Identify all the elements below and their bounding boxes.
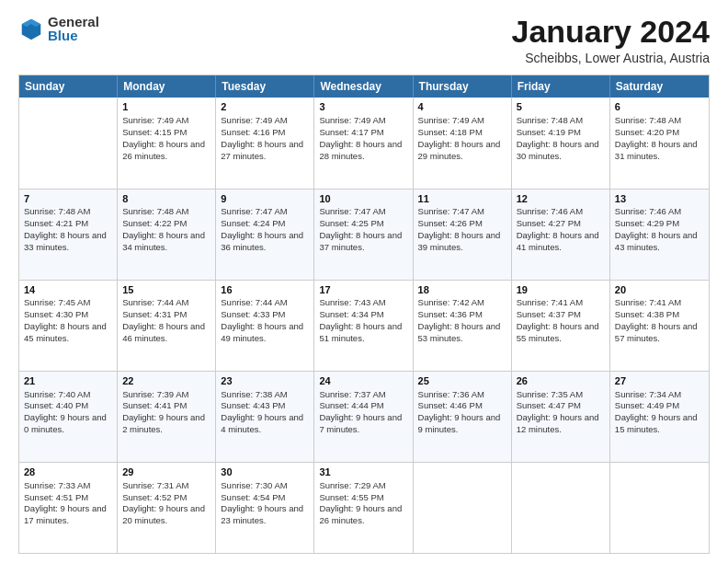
day-number: 28 xyxy=(24,465,112,479)
sunrise-text: Sunrise: 7:48 AM xyxy=(24,206,90,216)
sunset-text: Sunset: 4:20 PM xyxy=(615,127,679,137)
calendar-cell-3-3: 24Sunrise: 7:37 AMSunset: 4:44 PMDayligh… xyxy=(314,372,413,462)
sunrise-text: Sunrise: 7:39 AM xyxy=(122,389,188,399)
day-number: 13 xyxy=(615,192,704,206)
calendar-row-2: 14Sunrise: 7:45 AMSunset: 4:30 PMDayligh… xyxy=(19,280,709,371)
sunrise-text: Sunrise: 7:40 AM xyxy=(24,389,90,399)
sunrise-text: Sunrise: 7:49 AM xyxy=(418,115,484,125)
sunrise-text: Sunrise: 7:47 AM xyxy=(221,206,287,216)
calendar-cell-2-4: 18Sunrise: 7:42 AMSunset: 4:36 PMDayligh… xyxy=(414,281,512,371)
daylight-text: Daylight: 8 hours and 57 minutes. xyxy=(615,321,698,343)
sunset-text: Sunset: 4:18 PM xyxy=(418,127,483,137)
sunrise-text: Sunrise: 7:46 AM xyxy=(615,206,681,216)
calendar: SundayMondayTuesdayWednesdayThursdayFrid… xyxy=(18,75,710,554)
sunrise-text: Sunrise: 7:36 AM xyxy=(418,389,484,399)
day-number: 31 xyxy=(319,465,407,479)
sunset-text: Sunset: 4:44 PM xyxy=(319,400,383,410)
day-number: 23 xyxy=(221,374,309,388)
header-day-sunday: Sunday xyxy=(19,75,118,98)
day-number: 27 xyxy=(615,374,704,388)
day-number: 12 xyxy=(517,192,605,206)
day-number: 11 xyxy=(418,192,506,206)
daylight-text: Daylight: 9 hours and 26 minutes. xyxy=(319,503,402,525)
calendar-cell-1-2: 9Sunrise: 7:47 AMSunset: 4:24 PMDaylight… xyxy=(216,190,314,280)
daylight-text: Daylight: 9 hours and 4 minutes. xyxy=(221,412,303,434)
calendar-cell-1-4: 11Sunrise: 7:47 AMSunset: 4:26 PMDayligh… xyxy=(414,190,512,280)
calendar-cell-0-5: 5Sunrise: 7:48 AMSunset: 4:19 PMDaylight… xyxy=(512,98,610,188)
main-title: January 2024 xyxy=(512,15,711,49)
calendar-cell-2-6: 20Sunrise: 7:41 AMSunset: 4:38 PMDayligh… xyxy=(610,281,709,371)
calendar-cell-3-1: 22Sunrise: 7:39 AMSunset: 4:41 PMDayligh… xyxy=(118,372,216,462)
day-number: 26 xyxy=(517,374,605,388)
calendar-cell-2-2: 16Sunrise: 7:44 AMSunset: 4:33 PMDayligh… xyxy=(216,281,314,371)
sunset-text: Sunset: 4:49 PM xyxy=(615,400,679,410)
calendar-cell-3-4: 25Sunrise: 7:36 AMSunset: 4:46 PMDayligh… xyxy=(414,372,512,462)
sunset-text: Sunset: 4:47 PM xyxy=(517,400,581,410)
sunset-text: Sunset: 4:38 PM xyxy=(615,309,679,319)
sunrise-text: Sunrise: 7:47 AM xyxy=(418,206,484,216)
day-number: 16 xyxy=(221,283,309,297)
daylight-text: Daylight: 9 hours and 2 minutes. xyxy=(122,412,205,434)
sunrise-text: Sunrise: 7:48 AM xyxy=(517,115,583,125)
sunrise-text: Sunrise: 7:31 AM xyxy=(122,480,188,490)
sunrise-text: Sunrise: 7:41 AM xyxy=(517,297,583,307)
day-number: 22 xyxy=(122,374,210,388)
calendar-cell-1-5: 12Sunrise: 7:46 AMSunset: 4:27 PMDayligh… xyxy=(512,190,610,280)
daylight-text: Daylight: 8 hours and 29 minutes. xyxy=(418,139,501,161)
day-number: 18 xyxy=(418,283,506,297)
sunset-text: Sunset: 4:27 PM xyxy=(517,218,581,228)
sunrise-text: Sunrise: 7:30 AM xyxy=(221,480,287,490)
calendar-cell-4-2: 30Sunrise: 7:30 AMSunset: 4:54 PMDayligh… xyxy=(216,463,314,553)
logo: General Blue xyxy=(18,15,99,42)
header-day-friday: Friday xyxy=(512,75,610,98)
calendar-cell-0-2: 2Sunrise: 7:49 AMSunset: 4:16 PMDaylight… xyxy=(216,98,314,188)
day-number: 5 xyxy=(517,100,605,114)
sunrise-text: Sunrise: 7:46 AM xyxy=(517,206,583,216)
sunrise-text: Sunrise: 7:48 AM xyxy=(122,206,188,216)
sunset-text: Sunset: 4:25 PM xyxy=(319,218,383,228)
sunset-text: Sunset: 4:43 PM xyxy=(221,400,285,410)
header: General Blue January 2024 Scheibbs, Lowe… xyxy=(18,15,710,65)
header-day-tuesday: Tuesday xyxy=(216,75,314,98)
sunrise-text: Sunrise: 7:33 AM xyxy=(24,480,90,490)
day-number: 10 xyxy=(319,192,407,206)
calendar-cell-2-3: 17Sunrise: 7:43 AMSunset: 4:34 PMDayligh… xyxy=(314,281,413,371)
sunrise-text: Sunrise: 7:45 AM xyxy=(24,297,90,307)
sunset-text: Sunset: 4:16 PM xyxy=(221,127,285,137)
calendar-row-4: 28Sunrise: 7:33 AMSunset: 4:51 PMDayligh… xyxy=(19,462,709,553)
calendar-cell-1-0: 7Sunrise: 7:48 AMSunset: 4:21 PMDaylight… xyxy=(19,190,118,280)
daylight-text: Daylight: 8 hours and 46 minutes. xyxy=(122,321,205,343)
calendar-cell-4-5 xyxy=(512,463,610,553)
daylight-text: Daylight: 8 hours and 41 minutes. xyxy=(517,230,599,252)
day-number: 24 xyxy=(319,374,407,388)
daylight-text: Daylight: 8 hours and 31 minutes. xyxy=(615,139,698,161)
daylight-text: Daylight: 8 hours and 28 minutes. xyxy=(319,139,402,161)
daylight-text: Daylight: 8 hours and 36 minutes. xyxy=(221,230,303,252)
calendar-cell-1-3: 10Sunrise: 7:47 AMSunset: 4:25 PMDayligh… xyxy=(314,190,413,280)
daylight-text: Daylight: 9 hours and 0 minutes. xyxy=(24,412,107,434)
sunrise-text: Sunrise: 7:44 AM xyxy=(122,297,188,307)
daylight-text: Daylight: 9 hours and 9 minutes. xyxy=(418,412,501,434)
calendar-cell-1-1: 8Sunrise: 7:48 AMSunset: 4:22 PMDaylight… xyxy=(118,190,216,280)
logo-blue-text: Blue xyxy=(48,29,99,42)
day-number: 29 xyxy=(122,465,210,479)
daylight-text: Daylight: 8 hours and 51 minutes. xyxy=(319,321,402,343)
calendar-cell-0-0 xyxy=(19,98,118,188)
calendar-body: 1Sunrise: 7:49 AMSunset: 4:15 PMDaylight… xyxy=(19,98,709,553)
daylight-text: Daylight: 8 hours and 33 minutes. xyxy=(24,230,107,252)
calendar-cell-2-1: 15Sunrise: 7:44 AMSunset: 4:31 PMDayligh… xyxy=(118,281,216,371)
daylight-text: Daylight: 8 hours and 39 minutes. xyxy=(418,230,501,252)
sunset-text: Sunset: 4:40 PM xyxy=(24,400,88,410)
daylight-text: Daylight: 8 hours and 37 minutes. xyxy=(319,230,402,252)
day-number: 30 xyxy=(221,465,309,479)
calendar-cell-2-5: 19Sunrise: 7:41 AMSunset: 4:37 PMDayligh… xyxy=(512,281,610,371)
logo-text: General Blue xyxy=(48,15,99,42)
daylight-text: Daylight: 8 hours and 26 minutes. xyxy=(122,139,205,161)
daylight-text: Daylight: 8 hours and 27 minutes. xyxy=(221,139,303,161)
sunset-text: Sunset: 4:34 PM xyxy=(319,309,383,319)
day-number: 8 xyxy=(122,192,210,206)
day-number: 2 xyxy=(221,100,309,114)
calendar-cell-0-6: 6Sunrise: 7:48 AMSunset: 4:20 PMDaylight… xyxy=(610,98,709,188)
page: General Blue January 2024 Scheibbs, Lowe… xyxy=(0,0,728,563)
day-number: 4 xyxy=(418,100,506,114)
